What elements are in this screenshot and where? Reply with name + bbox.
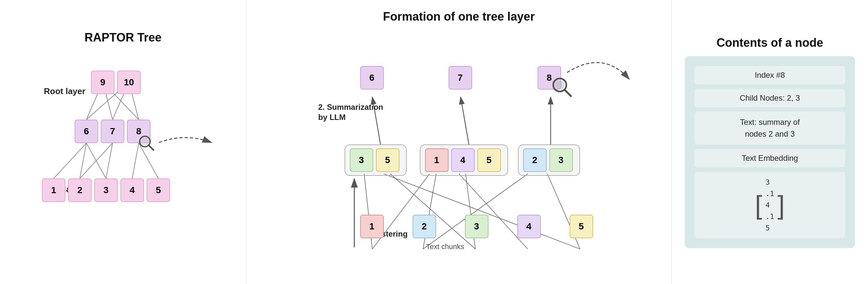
chunk-node-3: 3 <box>465 215 489 238</box>
svg-line-9 <box>106 143 113 178</box>
chunk-label: Text chunks <box>426 243 464 251</box>
text-row: Text: summary of nodes 2 and 3 <box>694 112 845 144</box>
embedding-label: Text Embedding <box>694 149 845 167</box>
bracket-right: ] <box>777 192 784 218</box>
raptor-tree-panel: RAPTOR Tree Root layer 9 10 <box>0 0 246 284</box>
chunk-node-4: 4 <box>517 215 541 238</box>
top-node-6: 6 <box>360 66 384 90</box>
svg-line-7 <box>80 143 86 178</box>
svg-line-34 <box>565 90 571 96</box>
leaf-node-1: 1 <box>42 178 65 202</box>
cluster1-node5: 5 <box>376 148 400 172</box>
svg-line-6 <box>54 143 86 178</box>
panel2-title: Formation of one tree layer <box>383 10 535 24</box>
panel1-title: RAPTOR Tree <box>85 31 161 44</box>
step2-label: 2. Summarization by LLM <box>318 102 383 122</box>
bracket-left: [ <box>755 192 762 218</box>
cluster-2: 1 4 5 <box>420 144 508 176</box>
cluster1-node3: 3 <box>350 148 373 172</box>
cluster2-node5: 5 <box>477 148 501 172</box>
root-node-10: 10 <box>117 71 141 94</box>
svg-line-20 <box>461 97 469 144</box>
cluster2-node4: 4 <box>451 148 475 172</box>
contents-panel: Contents of a node Index #8 Child Nodes:… <box>672 0 868 284</box>
matrix-values: 3 .1 4 .1 5 <box>766 176 774 234</box>
cluster3-node2: 2 <box>523 148 547 172</box>
svg-line-12 <box>86 143 106 178</box>
chunk-node-2: 2 <box>412 215 436 238</box>
contents-box: Index #8 Child Nodes: 2, 3 Text: summary… <box>685 56 855 248</box>
leaf-node-5: 5 <box>147 178 170 202</box>
cluster3-node3: 3 <box>549 148 573 172</box>
svg-line-8 <box>80 143 113 178</box>
leaf-node-2: 2 <box>68 178 92 202</box>
mid-node-7: 7 <box>101 119 124 143</box>
embedding-matrix: [ 3 .1 4 .1 5 ] <box>694 172 845 239</box>
root-node-9: 9 <box>91 71 115 94</box>
magnifier-tree-icon <box>138 134 155 152</box>
cluster-1: 3 5 <box>344 144 407 176</box>
cluster-3: 2 3 <box>518 144 580 176</box>
leaf-node-3: 3 <box>94 178 118 202</box>
svg-line-15 <box>149 145 153 150</box>
formation-container: 2. Summarization by LLM 6 7 8 <box>312 33 606 274</box>
formation-panel: Formation of one tree layer <box>246 0 672 284</box>
svg-point-14 <box>141 138 149 145</box>
chunk-node-1: 1 <box>360 215 384 238</box>
panel3-title: Contents of a node <box>716 36 823 50</box>
tree-container: Root layer 9 10 6 7 8 Leaf layer 1 <box>38 51 208 254</box>
cluster2-node1: 1 <box>425 148 448 172</box>
index-row: Index #8 <box>694 66 845 84</box>
chunk-node-5: 5 <box>569 215 593 238</box>
svg-point-33 <box>555 80 564 90</box>
root-layer-label: Root layer <box>44 86 85 97</box>
mid-node-6: 6 <box>74 119 98 143</box>
magnifier-formation-icon <box>551 76 574 99</box>
dashed-arrow-svg <box>159 136 218 162</box>
leaf-node-4: 4 <box>120 178 144 202</box>
top-node-7: 7 <box>448 66 472 90</box>
child-nodes-row: Child Nodes: 2, 3 <box>694 89 845 107</box>
